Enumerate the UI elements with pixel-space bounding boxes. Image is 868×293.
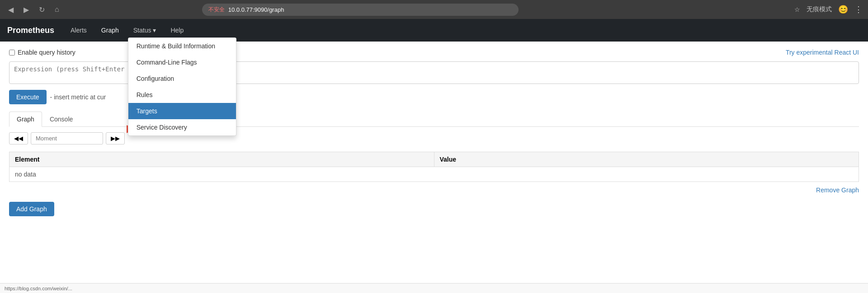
home-button[interactable]: ⌂ (52, 4, 62, 15)
nav-status-dropdown[interactable]: Status ▾ Runtime & Build Information Com… (128, 23, 162, 37)
remove-graph-link[interactable]: Remove Graph (816, 186, 859, 194)
bottom-row: Remove Graph (9, 182, 859, 198)
menu-item-cmdflags[interactable]: Command-Line Flags (128, 54, 236, 70)
reload-button[interactable]: ↻ (36, 4, 47, 16)
address-text: 10.0.0.77:9090/graph (228, 6, 284, 13)
star-icon[interactable]: ☆ (794, 6, 800, 13)
element-col-header: Element (9, 152, 434, 167)
nav-graph[interactable]: Graph (96, 23, 124, 37)
time-next-button[interactable]: ▶▶ (106, 132, 125, 144)
menu-item-service-discovery[interactable]: Service Discovery (128, 119, 236, 135)
navbar-brand: Prometheus (7, 26, 54, 35)
status-bar: https://blog.csdn.com/weixin/... (0, 283, 868, 293)
time-prev-button[interactable]: ◀◀ (9, 132, 28, 144)
tab-console[interactable]: Console (42, 112, 80, 127)
forward-button[interactable]: ▶ (21, 4, 32, 16)
nav-status-label: Status (133, 27, 151, 34)
moment-input[interactable] (31, 132, 103, 144)
status-caret-icon: ▾ (153, 27, 156, 34)
value-col-header: Value (434, 152, 859, 167)
menu-icon[interactable]: ⋮ (854, 5, 863, 14)
no-data-cell: no data (9, 167, 859, 182)
browser-right-icons: ☆ 无痕模式 😊 ⋮ (794, 5, 863, 14)
add-graph-button[interactable]: Add Graph (9, 202, 54, 216)
face-icon: 😊 (838, 5, 848, 14)
enable-query-history-label[interactable]: Enable query history (9, 49, 75, 56)
execute-button[interactable]: Execute (9, 90, 47, 104)
address-bar[interactable]: 不安全 10.0.0.77:9090/graph (202, 4, 519, 16)
insecure-indicator: 不安全 (208, 6, 225, 14)
add-graph-section: Add Graph (9, 198, 859, 220)
nav-help[interactable]: Help (165, 23, 189, 37)
menu-item-config[interactable]: Configuration (128, 70, 236, 87)
status-dropdown-menu: Runtime & Build Information Command-Line… (128, 37, 236, 136)
table-row: no data (9, 167, 859, 182)
nav-status-toggle[interactable]: Status ▾ (128, 23, 162, 37)
status-bar-url: https://blog.csdn.com/weixin/... (5, 286, 72, 291)
tab-graph[interactable]: Graph (9, 112, 42, 127)
navbar: Prometheus Alerts Graph Status ▾ Runtime… (0, 19, 868, 42)
results-table: Element Value no data (9, 152, 859, 182)
incognito-label: 无痕模式 (807, 5, 832, 14)
enable-query-history-checkbox[interactable] (9, 50, 15, 56)
metric-hint: - insert metric at cur (50, 93, 106, 101)
menu-item-runtime[interactable]: Runtime & Build Information (128, 38, 236, 54)
menu-item-targets[interactable]: Targets (128, 103, 236, 119)
browser-chrome: ◀ ▶ ↻ ⌂ 不安全 10.0.0.77:9090/graph ☆ 无痕模式 … (0, 0, 868, 19)
try-react-link[interactable]: Try experimental React UI (786, 49, 859, 56)
nav-alerts[interactable]: Alerts (65, 23, 92, 37)
menu-item-rules[interactable]: Rules (128, 87, 236, 103)
back-button[interactable]: ◀ (5, 4, 16, 16)
enable-query-history-text: Enable query history (18, 49, 75, 56)
